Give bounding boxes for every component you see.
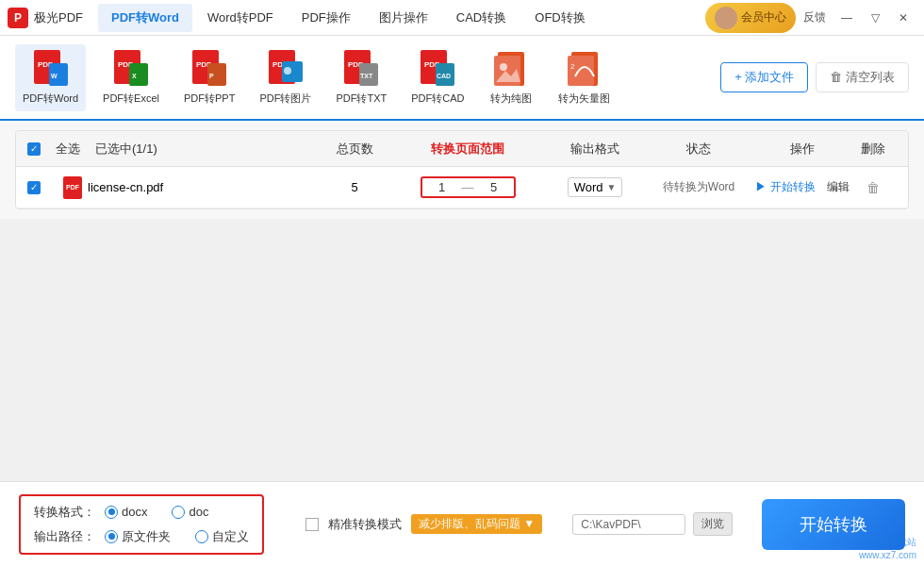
nav-tab-ofd-convert[interactable]: OFD转换 (521, 4, 598, 32)
header-check (27, 142, 56, 156)
precision-dropdown[interactable]: 减少排版、乱码问题 ▼ (411, 514, 542, 534)
toolbar: PDF W PDF转Word PDF X PDF转Excel PDF P (0, 36, 924, 121)
pdf-to-excel-icon: PDF X (112, 50, 150, 88)
pdf-to-ppt-icon: PDF P (190, 50, 228, 88)
tool-to-vector-label: 转为矢量图 (558, 92, 610, 106)
format-dropdown[interactable]: Word ▼ (568, 177, 623, 197)
pdf-to-txt-icon: PDF TXT (342, 50, 380, 88)
tool-pdf-to-word-label: PDF转Word (23, 92, 78, 106)
dropdown-arrow-icon: ▼ (606, 182, 616, 192)
format-doc-label: doc (189, 505, 208, 519)
svg-point-17 (284, 67, 291, 75)
watermark-url: www.xz7.com (859, 549, 916, 562)
nav-tab-word-to-pdf[interactable]: Word转PDF (194, 4, 287, 32)
svg-text:2: 2 (570, 62, 575, 71)
range-start-input[interactable] (428, 180, 456, 194)
svg-point-1 (718, 23, 734, 29)
path-original-radio[interactable] (105, 530, 118, 543)
tool-to-plain[interactable]: 转为纯图 (481, 44, 541, 111)
browse-button[interactable]: 浏览 (693, 512, 733, 536)
nav-tab-pdf-ops[interactable]: PDF操作 (289, 4, 364, 32)
tool-pdf-to-excel[interactable]: PDF X PDF转Excel (95, 44, 167, 111)
tool-pdf-to-ppt[interactable]: PDF P PDF转PPT (176, 44, 242, 111)
svg-point-28 (500, 63, 507, 71)
svg-text:W: W (51, 73, 58, 79)
start-convert-row-button[interactable]: ▶ 开始转换 (755, 179, 815, 195)
feedback-button[interactable]: 反馈 (803, 9, 826, 25)
svg-point-0 (721, 11, 731, 21)
header-format: 输出格式 (548, 141, 642, 158)
tool-pdf-to-txt[interactable]: PDF TXT PDF转TXT (328, 44, 394, 111)
file-table: 全选 已选中(1/1) 总页数 转换页面范围 输出格式 状态 操作 删除 PDF… (15, 130, 909, 209)
tool-to-plain-label: 转为纯图 (490, 92, 532, 106)
title-bar-left: P 极光PDF PDF转Word Word转PDF PDF操作 图片操作 CAD… (8, 4, 599, 32)
row-action: ▶ 开始转换 编辑 (755, 179, 850, 195)
watermark: 极光下载站 www.xz7.com (859, 536, 916, 562)
row-checkbox[interactable] (27, 181, 41, 194)
format-row: 转换格式： docx doc (34, 504, 249, 521)
header-pages: 总页数 (322, 141, 388, 158)
tool-pdf-to-image[interactable]: PDF PDF转图片 (252, 44, 319, 111)
nav-tabs: PDF转Word Word转PDF PDF操作 图片操作 CAD转换 OFD转换 (98, 4, 599, 32)
path-original-label: 原文件夹 (122, 528, 171, 545)
avatar (715, 7, 737, 29)
watermark-site: 极光下载站 (859, 536, 916, 549)
tool-pdf-to-cad-label: PDF转CAD (411, 92, 464, 106)
pdf-to-cad-icon: PDF CAD (419, 50, 456, 88)
app-logo: P (8, 8, 28, 28)
svg-text:P: P (209, 73, 214, 79)
row-filename-cell: PDF license-cn.pdf (63, 176, 322, 199)
format-doc-radio[interactable] (172, 506, 185, 519)
row-filename: license-cn.pdf (88, 180, 163, 194)
range-end-input[interactable] (480, 180, 508, 194)
path-custom-radio[interactable] (195, 530, 208, 543)
row-delete: 🗑 (850, 180, 897, 195)
restore-button[interactable]: ▽ (862, 8, 888, 28)
format-docx-radio[interactable] (105, 506, 118, 519)
svg-text:X: X (132, 73, 137, 79)
minimize-button[interactable]: — (833, 8, 860, 28)
toolbar-actions: + 添加文件 🗑 清空列表 (720, 62, 909, 92)
format-value: Word (574, 180, 603, 194)
delete-row-button[interactable]: 🗑 (866, 180, 880, 195)
format-docx-option[interactable]: docx (105, 505, 147, 519)
bottom-settings-box: 转换格式： docx doc 输出路径： 原文件夹 自定义 (19, 494, 264, 555)
header-status: 状态 (642, 141, 755, 158)
table-row: PDF license-cn.pdf 5 — Word ▼ 待转换为Word (16, 167, 908, 208)
precision-checkbox[interactable] (305, 518, 319, 531)
row-status: 待转换为Word (642, 179, 755, 195)
close-button[interactable]: ✕ (890, 8, 916, 28)
nav-tab-pdf-to-word[interactable]: PDF转Word (98, 4, 192, 32)
tool-to-vector[interactable]: 2 转为矢量图 (551, 44, 618, 111)
custom-path-input[interactable] (572, 514, 685, 535)
edit-button[interactable]: 编辑 (827, 179, 850, 195)
tool-pdf-to-cad[interactable]: PDF CAD PDF转CAD (404, 44, 471, 111)
select-all-checkbox[interactable] (27, 142, 41, 156)
window-controls: — ▽ ✕ (833, 8, 916, 28)
tool-pdf-to-excel-label: PDF转Excel (103, 92, 159, 106)
add-file-button[interactable]: + 添加文件 (720, 62, 808, 92)
member-center-button[interactable]: 会员中心 (705, 3, 796, 33)
tool-pdf-to-word[interactable]: PDF W PDF转Word (15, 44, 86, 111)
range-dash: — (462, 180, 474, 194)
pdf-to-image-icon: PDF (267, 50, 305, 88)
nav-tab-image-ops[interactable]: 图片操作 (366, 4, 441, 32)
select-all-label: 全选 (56, 141, 80, 158)
pdf-file-icon: PDF (63, 176, 82, 199)
row-format: Word ▼ (548, 177, 642, 197)
custom-path-section: 浏览 (572, 512, 733, 536)
output-path-label: 输出路径： (34, 528, 95, 545)
path-custom-option[interactable]: 自定义 (195, 528, 249, 545)
title-bar-right: 会员中心 反馈 — ▽ ✕ (705, 3, 916, 33)
path-custom-label: 自定义 (212, 528, 249, 545)
tool-pdf-to-image-label: PDF转图片 (259, 92, 311, 106)
bottom-area: 转换格式： docx doc 输出路径： 原文件夹 自定义 精 (0, 481, 924, 566)
path-original-option[interactable]: 原文件夹 (105, 528, 171, 545)
nav-tab-cad-convert[interactable]: CAD转换 (443, 4, 520, 32)
app-name: 极光PDF (34, 9, 83, 26)
svg-text:TXT: TXT (360, 73, 373, 79)
output-path-row: 输出路径： 原文件夹 自定义 (34, 528, 249, 545)
format-doc-option[interactable]: doc (172, 505, 208, 519)
row-pages: 5 (322, 180, 388, 194)
clear-list-button[interactable]: 🗑 清空列表 (816, 62, 909, 92)
